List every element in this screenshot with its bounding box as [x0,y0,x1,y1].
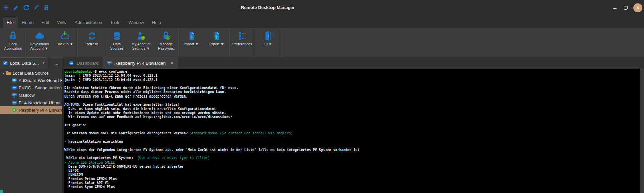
connection-tree-sidebar: ▾Local Data SourceSSHAdGuard-WireGuard-R… [0,69,62,193]
refresh-button[interactable]: Refresh [85,29,99,47]
manage-password-button[interactable]: ManagePassword [157,29,175,51]
menu-item-help[interactable]: Help [148,17,165,28]
preferences-button[interactable]: Preferences [232,29,253,47]
ribbon-button-label: Data [113,42,121,46]
ribbon-button-label: Password [158,46,174,51]
close-button[interactable] [633,3,642,12]
database-icon [112,31,122,41]
minimize-button[interactable] [612,5,618,11]
ribbon-button-label: Backup ▼ [56,42,73,46]
datasource-selector[interactable]: Local Data S... ▼ [0,57,48,69]
backup-button[interactable]: Backup ▼ [56,29,74,47]
preferences-icon [237,31,247,41]
sidebar-item-raspberry-pi-4-bitwarden[interactable]: Raspberry Pi 4 Bitwarden [0,106,62,114]
svg-text:i: i [142,36,143,40]
ribbon-toolbar: LockApplicationDevolutionsAccount ▼Backu… [0,28,644,57]
import-button[interactable]: Import ▼ [183,29,199,47]
ribbon-button-label: Sources [110,46,123,51]
plus-icon[interactable] [3,4,9,11]
tab-close-icon[interactable]: ✕ [170,61,174,65]
devolutions-account-button[interactable]: DevolutionsAccount ▼ [29,29,49,51]
ribbon-button-label: Lock [9,42,17,46]
terminal-line: Durch Drücken von CTRL-C kann der Prozes… [64,94,640,99]
data-sources-button[interactable]: DataSources [109,29,124,51]
terminal-line [64,136,640,140]
sidebar-item-label: Local Data Source [13,71,49,76]
sidebar-item-mailcow[interactable]: SSHMailcow [0,91,62,99]
lock-gear-icon [161,31,171,41]
ssh-icon: SSH [107,60,112,66]
menu-item-window[interactable]: Window [125,17,148,28]
sidebar-item-label: EVCC - Sonne tanken. [19,85,62,90]
ribbon-group: Refresh [78,28,106,57]
menu-item-home[interactable]: Home [18,17,38,28]
quit-button[interactable]: Quit [262,29,274,47]
menu-item-edit[interactable]: Edit [38,17,53,28]
sidebar-splitter[interactable] [62,69,63,193]
tab-dashboard[interactable]: Dashboard [65,57,103,69]
sidebar-item-pi-4-nextcloud-ubuntu[interactable]: SSHPi-4-Nextcloud-Ubuntu [0,99,62,106]
more-tabs-button[interactable]: ... [49,57,64,69]
terminal-line [64,82,640,86]
datasource-icon [3,60,8,66]
tab-strip: DashboardSSHRaspberry Pi 4 Bitwarden✕ [65,57,178,69]
sidebar-item-label: Mailcow [19,93,35,98]
ssh-icon: SSH [12,92,17,98]
terminal-line: Fronius Primo GEN24 Plus [64,177,640,181]
lock-application-button[interactable]: LockApplication [4,29,23,51]
sidebar-item-adguard-wireguard-r[interactable]: SSHAdGuard-WireGuard-R [0,77,62,84]
refresh-icon[interactable] [23,4,30,11]
ribbon-button-label: Refresh [85,42,98,46]
ribbon-button-label: Preferences [232,42,252,46]
terminal-line: FENECON [64,173,640,177]
terminal-scrollbar[interactable] [640,69,644,193]
expander-icon[interactable]: ▾ [1,71,6,75]
quit-icon [263,31,273,41]
svg-text:SSH: SSH [13,94,16,96]
edit-pencil-icon[interactable] [13,4,19,11]
ssh-icon: SSH [12,78,17,83]
brush-icon[interactable] [33,4,40,11]
export-button[interactable]: Export ▼ [208,29,225,47]
terminal-line [64,119,640,123]
terminal-line: [main ] INFO 2023/11/12 15:04:04 evcc 0.… [64,74,640,78]
ribbon-group: Import ▼Export ▼ [179,28,230,57]
menu-item-administration[interactable]: Administration [70,17,106,28]
ribbon-button-label: Export ▼ [209,42,224,46]
window-title: Remote Desktop Manager [241,5,295,10]
menu-item-view[interactable]: View [53,17,70,28]
terminal-line: - Hausinstallation einrichten [64,140,640,144]
svg-text:SSH: SSH [13,86,16,88]
sidebar-item-local-data-source[interactable]: ▾Local Data Source [0,69,62,77]
ribbon-group: Preferences [230,28,255,57]
cloud-icon [34,31,44,41]
ssh-terminal[interactable]: ubuntu@ubuntu:~$ evcc configure[main ] I… [64,69,640,193]
terminal-line [64,127,640,131]
sidebar-item-evcc-sonne-tanken[interactable]: SSHEVCC - Sonne tanken. [0,84,62,91]
ribbon-group: Quit [255,28,281,57]
quick-access-toolbar [3,4,50,11]
terminal-line: E3/DC [64,169,640,173]
maximize-button[interactable] [623,5,629,11]
sidebar-item-label: Pi-4-Nextcloud-Ubuntu [19,100,62,105]
cloud-backup-icon [60,31,70,41]
my-account-settings-button[interactable]: iMy AccountSettings ▼ [131,29,151,51]
terminal-line [64,99,640,103]
export-icon [211,31,221,41]
sidebar-item-label: Raspberry Pi 4 Bitwarden [19,108,62,113]
terminal-line: In welchem Modus soll die Konfiguration … [64,131,640,135]
ribbon-button-label: Application [4,46,22,51]
terminal-line: Wir freuen uns auf euer Feedback auf htt… [64,115,640,119]
menu-item-tools[interactable]: Tools [106,17,124,28]
menu-item-file[interactable]: File [3,17,18,28]
tab-raspberry-pi-4-bitwarden[interactable]: SSHRaspberry Pi 4 Bitwarden✕ [103,57,178,69]
terminal-line: Wähle ein integriertes PV-System: [Use a… [64,156,640,160]
terminal-line: Auf geht's: [64,123,640,127]
terminal-line: ubuntu@ubuntu:~$ evcc configure [64,70,640,74]
ribbon-group: DevolutionsAccount ▼Backup ▼ [26,28,78,57]
svg-text:SSH: SSH [13,101,16,103]
lock-icon[interactable] [43,4,50,11]
terminal-line: [main ] INFO 2023/11/12 15:04:04 evcc 0.… [64,78,640,82]
tab-label: Dashboard [77,61,99,66]
user-info-icon: i [136,31,146,41]
